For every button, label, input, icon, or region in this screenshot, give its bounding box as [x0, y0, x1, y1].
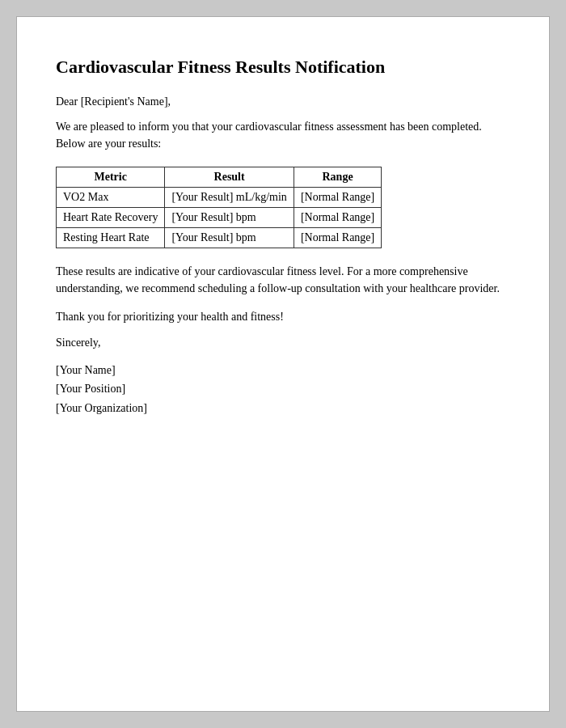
closing: Sincerely,	[56, 336, 510, 349]
result-vo2max: [Your Result] mL/kg/min	[165, 187, 294, 207]
salutation: Dear [Recipient's Name],	[56, 95, 510, 108]
result-heart-rate-recovery: [Your Result] bpm	[165, 207, 294, 227]
signature-name: [Your Name]	[56, 361, 510, 380]
col-header-metric: Metric	[57, 167, 165, 187]
col-header-result: Result	[165, 167, 294, 187]
col-header-range: Range	[294, 167, 381, 187]
table-row: Heart Rate Recovery [Your Result] bpm [N…	[57, 207, 382, 227]
body-paragraph-1: These results are indicative of your car…	[56, 263, 510, 297]
signature-position: [Your Position]	[56, 379, 510, 399]
body-paragraph-2: Thank you for prioritizing your health a…	[56, 308, 510, 325]
range-resting-heart-rate: [Normal Range]	[294, 227, 381, 248]
table-row: VO2 Max [Your Result] mL/kg/min [Normal …	[57, 187, 382, 207]
table-row: Resting Heart Rate [Your Result] bpm [No…	[57, 227, 382, 248]
range-vo2max: [Normal Range]	[294, 187, 381, 207]
metric-vo2max: VO2 Max	[57, 187, 165, 207]
metric-resting-heart-rate: Resting Heart Rate	[57, 227, 165, 248]
intro-paragraph: We are pleased to inform you that your c…	[56, 118, 510, 152]
document-page: Cardiovascular Fitness Results Notificat…	[16, 16, 550, 712]
metric-heart-rate-recovery: Heart Rate Recovery	[57, 207, 165, 227]
result-resting-heart-rate: [Your Result] bpm	[165, 227, 294, 248]
signature-block: [Your Name] [Your Position] [Your Organi…	[56, 361, 510, 418]
signature-organization: [Your Organization]	[56, 399, 510, 418]
range-heart-rate-recovery: [Normal Range]	[294, 207, 381, 227]
page-title: Cardiovascular Fitness Results Notificat…	[56, 56, 510, 79]
results-table: Metric Result Range VO2 Max [Your Result…	[56, 167, 382, 248]
